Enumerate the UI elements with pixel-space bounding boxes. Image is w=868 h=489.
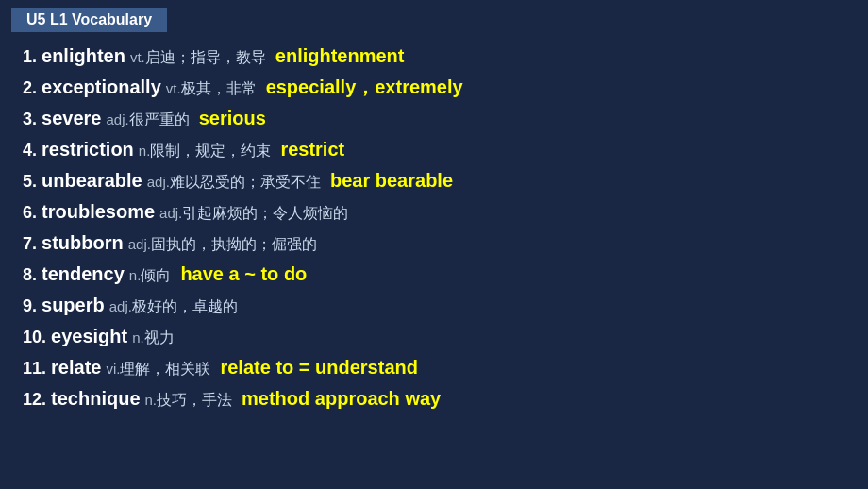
item-pos: n. <box>129 267 142 283</box>
item-number: 12. <box>23 390 46 409</box>
item-word: eyesight <box>51 326 127 346</box>
main-container: U5 L1 Vocabulary 1. enlighten vt.启迪；指导，教… <box>0 0 868 489</box>
item-number: 7. <box>23 234 37 253</box>
item-number: 10. <box>23 328 46 346</box>
list-item: 4. restriction n.限制，规定，约束 restrict <box>23 135 845 164</box>
item-highlight: enlightenment <box>275 45 405 66</box>
item-definition: 极好的，卓越的 <box>132 298 238 314</box>
item-definition: 很严重的 <box>129 111 190 127</box>
list-item: 12. technique n.技巧，手法 method approach wa… <box>23 384 845 413</box>
item-pos: n. <box>145 392 158 408</box>
list-item: 5. unbearable adj.难以忍受的；承受不住 bear bearab… <box>23 166 845 195</box>
list-item: 11. relate vi.理解，相关联 relate to = underst… <box>23 353 845 382</box>
item-highlight: especially，extremely <box>266 76 463 97</box>
list-item: 2. exceptionally vt.极其，非常 especially，ext… <box>23 73 845 102</box>
item-definition: 固执的，执拗的；倔强的 <box>151 236 317 252</box>
item-definition: 启迪；指导，教导 <box>145 49 266 65</box>
item-word: tendency <box>42 263 125 284</box>
item-pos: adj. <box>159 205 182 221</box>
title-bar: U5 L1 Vocabulary <box>11 8 167 32</box>
item-definition: 极其，非常 <box>181 80 257 96</box>
item-word: stubborn <box>42 232 124 253</box>
list-item: 8. tendency n.倾向 have a ~ to do <box>23 260 845 289</box>
item-highlight: method approach way <box>242 388 441 409</box>
item-highlight: serious <box>199 108 266 128</box>
item-word: technique <box>51 388 140 409</box>
item-number: 11. <box>23 359 46 378</box>
item-word: enlighten <box>42 45 125 66</box>
item-highlight: have a ~ to do <box>180 263 307 284</box>
item-word: restriction <box>42 139 134 160</box>
list-item: 1. enlighten vt.启迪；指导，教导 enlightenment <box>23 42 845 71</box>
item-word: exceptionally <box>42 76 161 97</box>
item-highlight: bear bearable <box>330 170 453 191</box>
item-definition: 倾向 <box>141 267 171 283</box>
item-definition: 难以忍受的；承受不住 <box>170 174 321 190</box>
item-number: 8. <box>23 265 37 284</box>
item-word: superb <box>42 295 105 315</box>
item-definition: 理解，相关联 <box>120 361 210 377</box>
item-pos: n. <box>132 329 144 346</box>
item-pos: adj. <box>128 236 151 252</box>
item-word: unbearable <box>42 170 142 191</box>
item-definition: 技巧，手法 <box>157 392 232 408</box>
item-number: 4. <box>23 141 37 160</box>
item-number: 9. <box>23 296 37 315</box>
item-highlight: restrict <box>280 139 344 160</box>
item-pos: n. <box>139 143 151 159</box>
item-number: 2. <box>23 78 37 97</box>
list-item: 10. eyesight n.视力 <box>23 322 845 351</box>
item-pos: adj. <box>109 298 132 314</box>
item-word: severe <box>42 108 101 128</box>
item-definition: 引起麻烦的；令人烦恼的 <box>182 205 348 221</box>
item-word: troublesome <box>42 201 155 222</box>
item-definition: 限制，规定，约束 <box>150 143 271 159</box>
title-text: U5 L1 Vocabulary <box>26 11 152 27</box>
vocab-content: 1. enlighten vt.启迪；指导，教导 enlightenment2.… <box>0 42 868 413</box>
list-item: 3. severe adj.很严重的 serious <box>23 104 845 133</box>
item-number: 1. <box>23 47 37 66</box>
item-pos: vt. <box>130 49 145 65</box>
list-item: 7. stubborn adj.固执的，执拗的；倔强的 <box>23 228 845 258</box>
item-highlight: relate to = understand <box>220 357 418 378</box>
item-pos: adj. <box>147 174 170 190</box>
list-item: 6. troublesome adj.引起麻烦的；令人烦恼的 <box>23 197 845 227</box>
list-item: 9. superb adj.极好的，卓越的 <box>23 291 845 320</box>
item-word: relate <box>51 357 101 378</box>
item-number: 3. <box>23 110 37 128</box>
item-pos: vi. <box>106 361 120 377</box>
item-pos: vt. <box>166 80 181 96</box>
item-definition: 视力 <box>144 329 175 346</box>
item-number: 6. <box>23 203 37 222</box>
item-pos: adj. <box>106 111 128 127</box>
item-number: 5. <box>23 172 37 191</box>
